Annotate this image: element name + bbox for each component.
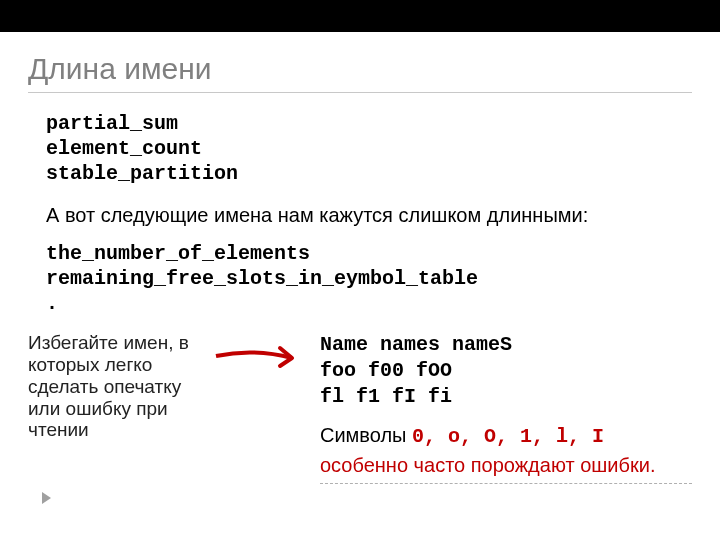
top-black-bar (0, 0, 720, 32)
avoid-note: Избегайте имен, в которых легко сделать … (28, 332, 206, 441)
code-line: stable_partition (46, 161, 692, 186)
tricky-names-code: Name names nameS foo f00 fOO fl f1 fI fi (320, 332, 692, 410)
intro-text: А вот следующие имена нам кажутся слишко… (28, 204, 692, 227)
tricky-block: Name names nameS foo f00 fOO fl f1 fI fi… (320, 332, 692, 484)
code-line: fl f1 fI fi (320, 384, 692, 410)
note-row: Избегайте имен, в которых легко сделать … (28, 332, 692, 484)
code-line: partial_sum (46, 111, 692, 136)
good-names-code: partial_sum element_count stable_partiti… (28, 111, 692, 186)
slide-title: Длина имени (28, 52, 692, 93)
long-names-code: the_number_of_elements remaining_free_sl… (28, 241, 692, 316)
code-line: Name names nameS (320, 332, 692, 358)
code-line: element_count (46, 136, 692, 161)
bullet-icon (42, 492, 51, 504)
arrow-icon (214, 342, 312, 378)
slide-content: Длина имени partial_sum element_count st… (0, 32, 720, 504)
code-line: foo f00 fOO (320, 358, 692, 384)
warning-text: особенно часто порождают ошибки. (320, 454, 692, 484)
code-line: the_number_of_elements (46, 241, 692, 266)
symbols-label: Символы (320, 424, 407, 446)
symbols-line: Символы 0, o, O, 1, l, I (320, 424, 692, 448)
symbols-list: 0, o, O, 1, l, I (412, 425, 604, 448)
code-line: . (46, 291, 692, 316)
code-line: remaining_free_slots_in_eymbol_table (46, 266, 692, 291)
